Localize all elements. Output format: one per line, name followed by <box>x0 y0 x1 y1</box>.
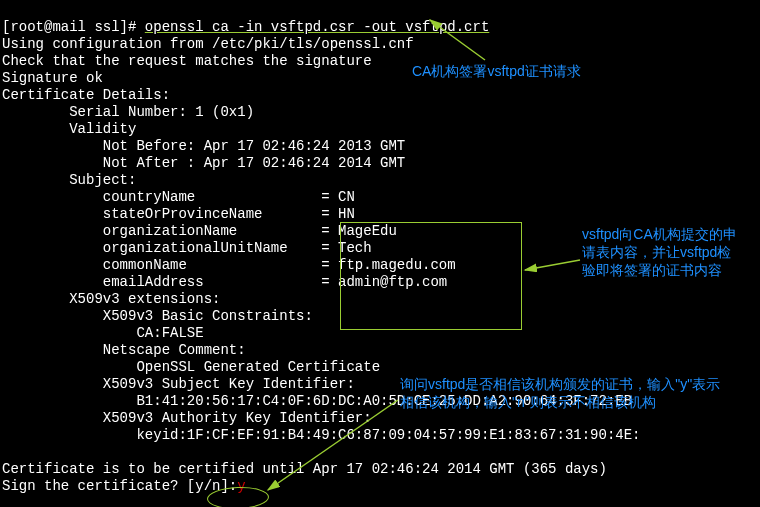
annotation-subject: vsftpd向CA机构提交的申请表内容，并让vsftpd检验即将签署的证书内容 <box>582 225 742 279</box>
output-line: organizationalUnitName = Tech <box>2 240 372 256</box>
output-line: organizationName = MageEdu <box>2 223 397 239</box>
output-line: Validity <box>2 121 136 137</box>
output-line: Not Before: Apr 17 02:46:24 2013 GMT <box>2 138 405 154</box>
output-line: emailAddress = admin@ftp.com <box>2 274 447 290</box>
output-line: Subject: <box>2 172 136 188</box>
output-line: X509v3 extensions: <box>2 291 220 307</box>
output-line: Using configuration from /etc/pki/tls/op… <box>2 36 414 52</box>
output-line: OpenSSL Generated Certificate <box>2 359 380 375</box>
sign-prompt: Sign the certificate? [y/n]: <box>2 478 237 494</box>
output-line: keyid:1F:CF:EF:91:B4:49:C6:87:09:04:57:9… <box>2 427 641 443</box>
output-line: Netscape Comment: <box>2 342 254 358</box>
output-line: X509v3 Authority Key Identifier: <box>2 410 380 426</box>
shell-prompt: [root@mail ssl]# <box>2 19 145 35</box>
output-line: CA:FALSE <box>2 325 204 341</box>
output-line: commonName = ftp.magedu.com <box>2 257 456 273</box>
output-line: X509v3 Subject Key Identifier: <box>2 376 363 392</box>
output-line: Signature ok <box>2 70 103 86</box>
output-line: Certificate is to be certified until Apr… <box>2 461 607 477</box>
shell-command: openssl ca -in vsftpd.csr -out vsftpd.cr… <box>145 19 489 35</box>
annotation-ca-sign: CA机构签署vsftpd证书请求 <box>412 62 581 80</box>
output-line: Not After : Apr 17 02:46:24 2014 GMT <box>2 155 405 171</box>
annotation-trust: 询问vsftpd是否相信该机构颁发的证书，输入"y"表示相信该机构，输入"n"则… <box>400 375 730 411</box>
output-line: countryName = CN <box>2 189 355 205</box>
output-line: Serial Number: 1 (0x1) <box>2 104 254 120</box>
output-line: stateOrProvinceName = HN <box>2 206 355 222</box>
output-line: Certificate Details: <box>2 87 170 103</box>
user-input-y[interactable]: y <box>237 478 245 494</box>
output-line: X509v3 Basic Constraints: <box>2 308 321 324</box>
output-line: Check that the request matches the signa… <box>2 53 372 69</box>
